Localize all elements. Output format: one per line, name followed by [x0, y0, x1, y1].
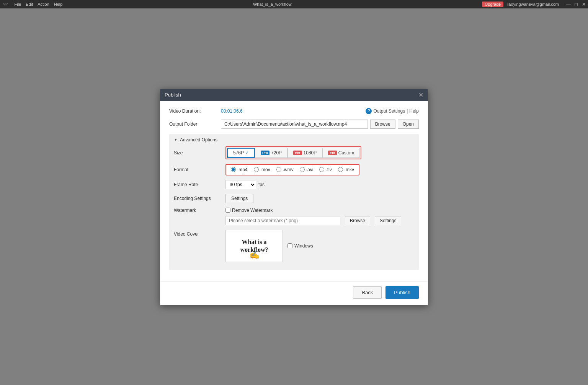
format-mov-radio[interactable] — [254, 167, 259, 172]
watermark-fields: Browse Settings — [225, 216, 401, 225]
dialog-close-button[interactable]: ✕ — [418, 92, 423, 98]
framerate-row: Frame Rate 30 fps 24 fps 25 fps 60 fps f… — [174, 180, 414, 189]
help-link[interactable]: Help — [409, 108, 419, 114]
remove-watermark-check[interactable]: Remove Watermark — [225, 208, 273, 213]
framerate-select[interactable]: 30 fps 24 fps 25 fps 60 fps — [225, 180, 256, 189]
menu-edit[interactable]: Edit — [26, 2, 33, 7]
advanced-options-header[interactable]: ▼ Advanced Options — [174, 137, 414, 143]
cover-thumbnail-inner: What is aworkflow? ✍️ — [226, 230, 283, 262]
window-title: What_is_a_workflow — [253, 2, 292, 7]
dialog-overlay: Publish ✕ Video Duration: 00:01:06.6 ? O… — [0, 8, 588, 385]
format-flv-radio[interactable] — [319, 167, 324, 172]
back-button[interactable]: Back — [353, 286, 382, 299]
size-576p-button[interactable]: 576P ✓ — [227, 148, 255, 158]
user-email: liaoyingwaneva@gmail.com — [506, 2, 559, 7]
watermark-input[interactable] — [225, 216, 340, 225]
format-mkv[interactable]: .mkv — [338, 167, 354, 172]
menu-action[interactable]: Action — [38, 2, 49, 7]
encoding-row: Encoding Settings Settings — [174, 194, 414, 203]
encoding-settings-button[interactable]: Settings — [225, 194, 253, 203]
output-settings-button[interactable]: Output Settings — [373, 108, 405, 114]
video-cover-label: Video Cover — [174, 230, 225, 237]
browse-button[interactable]: Browse — [370, 120, 395, 129]
framerate-label: Frame Rate — [174, 182, 225, 187]
dialog-body: Video Duration: 00:01:06.6 ? Output Sett… — [160, 101, 428, 281]
menu-help[interactable]: Help — [54, 2, 63, 7]
remove-watermark-text: Remove Watermark — [232, 208, 273, 213]
advanced-options-body: Size 576P ✓ Pro720P Ent1080P EntCustom F… — [174, 143, 414, 262]
maximize-button[interactable]: □ — [573, 2, 579, 7]
size-1080p-button[interactable]: Ent1080P — [287, 148, 322, 158]
pro-badge: Pro — [261, 151, 270, 155]
dialog-title: Publish — [165, 92, 181, 98]
format-wmv[interactable]: .wmv — [276, 167, 294, 172]
fps-suffix: fps — [258, 182, 265, 187]
cover-thumbnail[interactable]: What is aworkflow? ✍️ — [225, 230, 283, 262]
menu-bar: File Edit Action Help — [15, 2, 63, 7]
format-options-box: .mp4 .mov .wmv .avi — [225, 164, 359, 175]
remove-watermark-checkbox[interactable] — [225, 208, 230, 213]
format-avi[interactable]: .avi — [300, 167, 314, 172]
watermark-row: Watermark Remove Watermark Browse Settin… — [174, 208, 414, 225]
output-folder-input[interactable] — [221, 120, 368, 129]
expand-arrow-icon: ▼ — [174, 138, 178, 142]
windows-label: Windows — [294, 243, 313, 249]
windows-check[interactable]: Windows — [287, 243, 313, 249]
video-duration-row: Video Duration: 00:01:06.6 ? Output Sett… — [169, 108, 419, 114]
help-icon: ? — [366, 108, 372, 114]
size-row: Size 576P ✓ Pro720P Ent1080P EntCustom — [174, 146, 414, 159]
output-folder-label: Output Folder — [169, 121, 221, 127]
windows-checkbox[interactable] — [287, 243, 292, 248]
watermark-header: Watermark Remove Watermark — [174, 208, 414, 213]
size-label: Size — [174, 150, 225, 156]
menu-file[interactable]: File — [15, 2, 21, 7]
watermark-settings-button[interactable]: Settings — [375, 216, 401, 225]
link-separator: | — [407, 108, 408, 114]
upgrade-button[interactable]: Upgrade — [482, 2, 503, 7]
vm-badge: VM — [3, 2, 8, 6]
open-button[interactable]: Open — [398, 120, 419, 129]
format-flv[interactable]: .flv — [319, 167, 332, 172]
advanced-options-label: Advanced Options — [180, 137, 217, 143]
size-options-container: 576P ✓ Pro720P Ent1080P EntCustom — [225, 146, 361, 159]
publish-button[interactable]: Publish — [385, 286, 419, 299]
video-duration-label: Video Duration: — [169, 108, 221, 114]
ent-badge-1080: Ent — [293, 151, 302, 155]
format-mkv-radio[interactable] — [338, 167, 343, 172]
size-720p-button[interactable]: Pro720P — [255, 148, 287, 158]
video-duration-value: 00:01:06.6 — [221, 108, 243, 114]
watermark-label: Watermark — [174, 208, 225, 213]
titlebar: VM File Edit Action Help What_is_a_workf… — [0, 0, 588, 8]
dialog-footer: Back Publish — [160, 281, 428, 305]
close-window-button[interactable]: ✕ — [581, 2, 586, 7]
minimize-button[interactable]: — — [566, 2, 571, 7]
format-wmv-radio[interactable] — [276, 167, 281, 172]
output-settings-link: ? Output Settings | Help — [366, 108, 419, 114]
advanced-options-section: ▼ Advanced Options Size 576P ✓ Pro720P E… — [169, 134, 419, 270]
format-row: Format .mp4 .mov .wmv — [174, 164, 414, 175]
watermark-browse-button[interactable]: Browse — [345, 216, 370, 225]
dialog-header: Publish ✕ — [160, 89, 428, 101]
format-avi-radio[interactable] — [300, 167, 305, 172]
size-custom-button[interactable]: EntCustom — [322, 148, 360, 158]
format-mp4-radio[interactable] — [231, 167, 236, 172]
publish-dialog: Publish ✕ Video Duration: 00:01:06.6 ? O… — [160, 89, 428, 305]
output-folder-row: Output Folder Browse Open — [169, 120, 419, 129]
format-label: Format — [174, 167, 225, 172]
format-mov[interactable]: .mov — [254, 167, 270, 172]
cover-hand-icon: ✍️ — [249, 250, 260, 260]
ent-badge-custom: Ent — [328, 151, 337, 155]
video-cover-content: What is aworkflow? ✍️ Windows — [225, 230, 313, 262]
encoding-label: Encoding Settings — [174, 196, 225, 201]
video-cover-row: Video Cover What is aworkflow? ✍️ Windo — [174, 230, 414, 262]
format-mp4[interactable]: .mp4 — [231, 167, 248, 172]
